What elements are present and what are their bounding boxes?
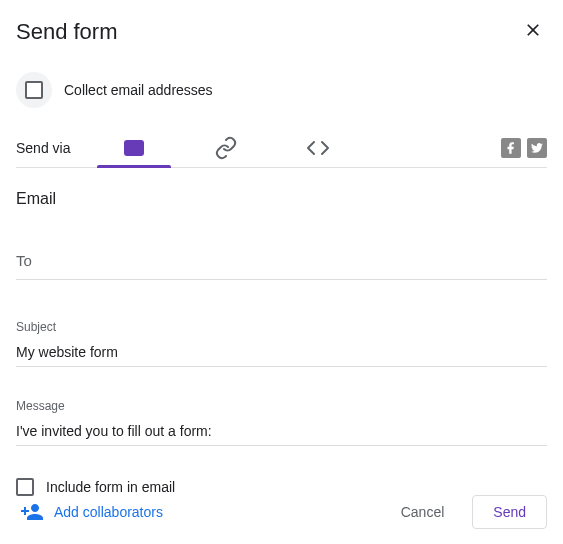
social-icons	[501, 138, 547, 158]
cancel-button[interactable]: Cancel	[381, 496, 465, 528]
subject-label: Subject	[16, 320, 547, 334]
send-via-row: Send via	[16, 128, 547, 168]
twitter-share-button[interactable]	[527, 138, 547, 158]
to-input[interactable]	[16, 246, 547, 280]
tab-link[interactable]	[206, 128, 246, 167]
send-via-label: Send via	[16, 140, 70, 156]
collect-emails-checkbox[interactable]	[25, 81, 43, 99]
twitter-icon	[530, 141, 544, 155]
embed-icon	[306, 136, 330, 160]
collect-emails-label: Collect email addresses	[64, 82, 213, 98]
send-via-tabs	[114, 128, 338, 167]
dialog-header: Send form	[16, 16, 547, 48]
send-button[interactable]: Send	[472, 495, 547, 529]
add-collaborators-label: Add collaborators	[54, 504, 163, 520]
message-field-group: Message	[16, 399, 547, 446]
add-collaborators-button[interactable]: Add collaborators	[16, 492, 167, 532]
tab-embed[interactable]	[298, 128, 338, 167]
subject-field-group: Subject	[16, 320, 547, 367]
close-button[interactable]	[519, 16, 547, 48]
to-field-group	[16, 246, 547, 280]
footer-buttons: Cancel Send	[381, 495, 547, 529]
facebook-icon	[504, 141, 518, 155]
email-section-title: Email	[16, 190, 547, 208]
collect-emails-checkbox-wrapper[interactable]	[16, 72, 52, 108]
email-icon	[122, 136, 146, 160]
message-label: Message	[16, 399, 547, 413]
tab-email[interactable]	[114, 128, 154, 167]
facebook-share-button[interactable]	[501, 138, 521, 158]
close-icon	[523, 20, 543, 40]
dialog-title: Send form	[16, 19, 118, 45]
subject-input[interactable]	[16, 338, 547, 367]
link-icon	[214, 136, 238, 160]
dialog-footer: Add collaborators Cancel Send	[0, 492, 563, 532]
collect-emails-row: Collect email addresses	[16, 72, 547, 108]
message-input[interactable]	[16, 417, 547, 446]
email-form-body: Email Subject Message Include form in em…	[16, 168, 547, 496]
add-person-icon	[20, 500, 44, 524]
